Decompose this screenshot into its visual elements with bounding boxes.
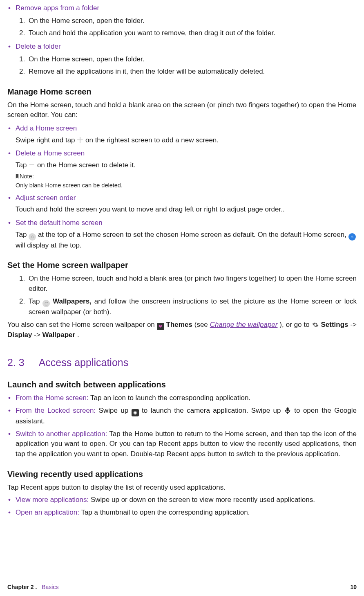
wallpaper-icon: ▢: [42, 300, 50, 307]
note-body: Only blank Home screen can be deleted.: [16, 182, 123, 189]
note-label: Note:: [16, 172, 34, 181]
text: at the top of a Home screen to set the c…: [38, 231, 348, 238]
bullet-view-more: View more applications: Swipe up or down…: [7, 495, 357, 505]
heading-manage-home: Manage Home screen: [7, 86, 357, 98]
manage-intro: On the Home screen, touch and hold a bla…: [7, 100, 357, 120]
text: Note:: [20, 172, 34, 181]
text-bold: Wallpapers,: [53, 297, 92, 305]
text: Swipe up or down on the screen to view m…: [91, 496, 315, 504]
topic-add-home: Add a Home screen: [7, 124, 357, 134]
text: Tap: [29, 297, 42, 305]
topic-default-home: Set the default home screen: [7, 218, 357, 228]
step-text: Remove all the applications in it, then …: [27, 67, 357, 77]
bullet-from-locked: From the Locked screen: Swipe up ◉ to la…: [7, 406, 357, 427]
text-bold: Settings: [321, 321, 348, 328]
lead: From the Locked screen:: [16, 407, 96, 414]
text: You also can set the Home screen wallpap…: [7, 321, 157, 328]
page-number: 10: [350, 583, 357, 591]
heading-wallpaper: Set the Home screen wallpaper: [7, 259, 357, 271]
plus-icon: [77, 137, 83, 143]
text: Swipe right and tap: [16, 136, 77, 144]
home-outline-icon: ⌂: [29, 233, 36, 241]
footer-left: Chapter 2 . Basics: [7, 583, 58, 591]
topic-adjust-order: Adjust screen order: [7, 193, 357, 203]
default-home-body: Tap ⌂ at the top of a Home screen to set…: [7, 230, 357, 251]
step-text: On the Home screen, touch and hold a bla…: [27, 274, 357, 294]
step-text: Tap ▢ Wallpapers, and follow the onscree…: [27, 297, 357, 317]
lead: View more applications:: [16, 496, 89, 504]
section-number: 2. 3: [7, 357, 25, 368]
text: on the rightest screen to add a new scre…: [85, 136, 219, 144]
step-text: Touch and hold the application you want …: [27, 28, 357, 38]
text: ), or go to: [279, 321, 311, 328]
lead: Open an application:: [16, 508, 79, 516]
text-bold: Themes: [166, 321, 192, 328]
topic-delete-home: Delete a Home screen: [7, 148, 357, 159]
camera-icon: ◉: [132, 409, 139, 416]
text: Tap: [16, 231, 29, 238]
settings-icon: [312, 321, 319, 328]
note-block: Note: Only blank Home screen can be dele…: [7, 172, 357, 190]
topic-delete-folder: Delete a folder: [7, 42, 357, 52]
steps-wallpaper: On the Home screen, touch and hold a bla…: [7, 274, 357, 317]
text: ->: [350, 321, 357, 328]
heading-recent-apps: Viewing recently used applications: [7, 468, 357, 480]
bullet-open-app: Open an application: Tap a thumbnail to …: [7, 508, 357, 518]
text-bold: Display: [7, 331, 32, 339]
chapter-label: Chapter 2 .: [7, 584, 37, 590]
text: Swipe up: [99, 407, 132, 414]
text: Tap a thumbnail to open the correspondin…: [81, 508, 250, 516]
text-bold: Wallpaper: [42, 331, 76, 339]
page-footer: Chapter 2 . Basics 10: [7, 583, 357, 591]
topic-remove-apps: Remove apps from a folder: [7, 3, 357, 13]
text: Tap: [16, 161, 29, 169]
heading-launch-switch: Launch and switch between applications: [7, 379, 357, 391]
minus-icon: [29, 162, 35, 168]
section-2-3-heading: 2. 3 Access applications: [7, 355, 357, 370]
home-filled-icon: ⌂: [348, 233, 356, 241]
text: ->: [34, 331, 42, 339]
microphone-icon: [284, 407, 291, 414]
step-text: On the Home screen, open the folder.: [27, 16, 357, 26]
steps-remove-apps: On the Home screen, open the folder. Tou…: [7, 16, 357, 38]
wallpaper-also: You also can set the Home screen wallpap…: [7, 320, 357, 341]
lead: Switch to another application:: [16, 430, 107, 438]
bullet-from-home: From the Home screen: Tap an icon to lau…: [7, 393, 357, 403]
steps-delete-folder: On the Home screen, open the folder. Rem…: [7, 54, 357, 77]
section-title: Access applications: [39, 357, 129, 368]
chapter-name: Basics: [42, 584, 58, 590]
delete-home-body: Tap on the Home screen to delete it.: [7, 160, 357, 171]
text: will display at the top.: [16, 241, 82, 249]
adjust-order-body: Touch and hold the screen you want to mo…: [7, 205, 357, 215]
text: (see: [194, 321, 210, 328]
add-home-body: Swipe right and tap on the rightest scre…: [7, 135, 357, 146]
text: Tap an icon to launch the corresponding …: [90, 394, 250, 402]
text: to launch the camera application. Swipe …: [142, 407, 284, 414]
bookmark-icon: [16, 174, 19, 179]
text: .: [77, 331, 79, 339]
bullet-switch-app: Switch to another application: Tap the H…: [7, 429, 357, 459]
themes-icon: ❤: [157, 323, 164, 330]
text: on the Home screen to delete it.: [37, 161, 136, 169]
link-change-wallpaper[interactable]: Change the wallpaper: [210, 321, 278, 328]
lead: From the Home screen:: [16, 394, 89, 402]
recent-intro: Tap Recent apps button to display the li…: [7, 483, 357, 493]
step-text: On the Home screen, open the folder.: [27, 54, 357, 65]
